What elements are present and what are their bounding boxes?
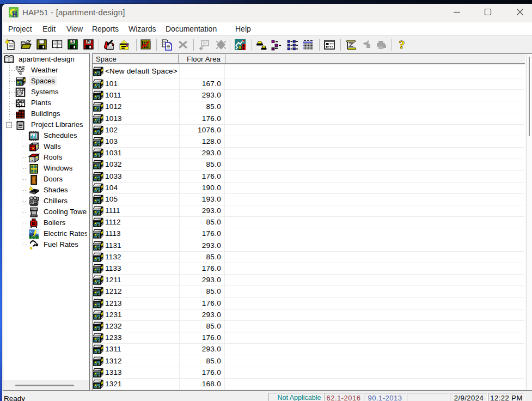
- svg-text:A: A: [71, 39, 75, 44]
- svg-text:?: ?: [399, 39, 405, 51]
- svg-text:R: R: [87, 39, 90, 44]
